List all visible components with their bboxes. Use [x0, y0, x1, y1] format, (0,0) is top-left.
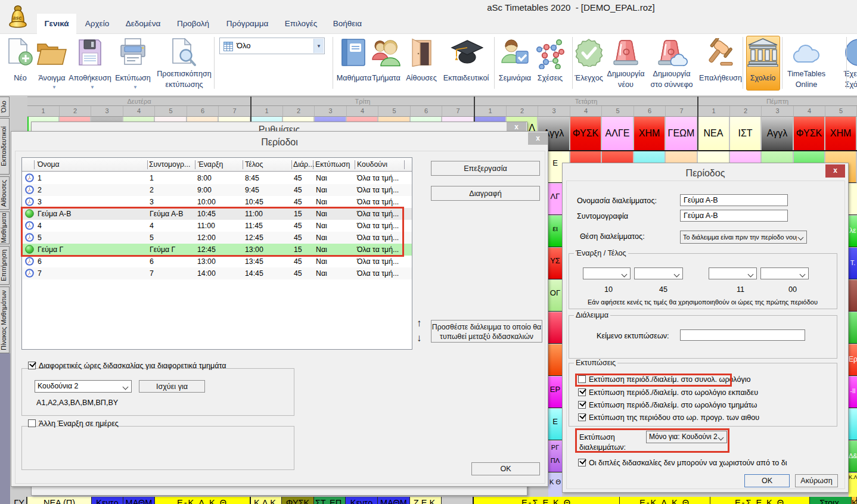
- svg-text:asc: asc: [13, 15, 21, 21]
